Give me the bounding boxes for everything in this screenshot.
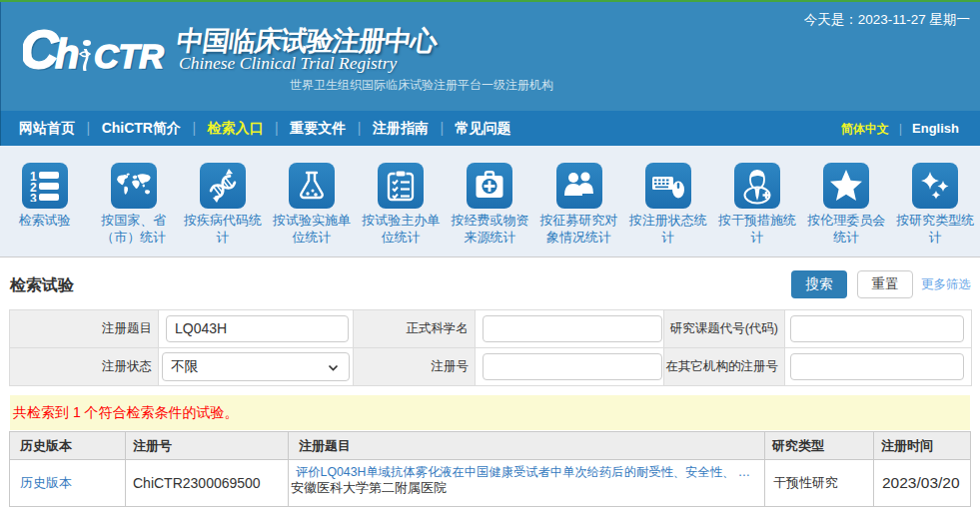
svg-text:C: C: [23, 27, 59, 79]
svg-text:CTR: CTR: [94, 37, 164, 75]
svg-text:h: h: [55, 32, 79, 76]
svg-text:3: 3: [30, 192, 37, 202]
